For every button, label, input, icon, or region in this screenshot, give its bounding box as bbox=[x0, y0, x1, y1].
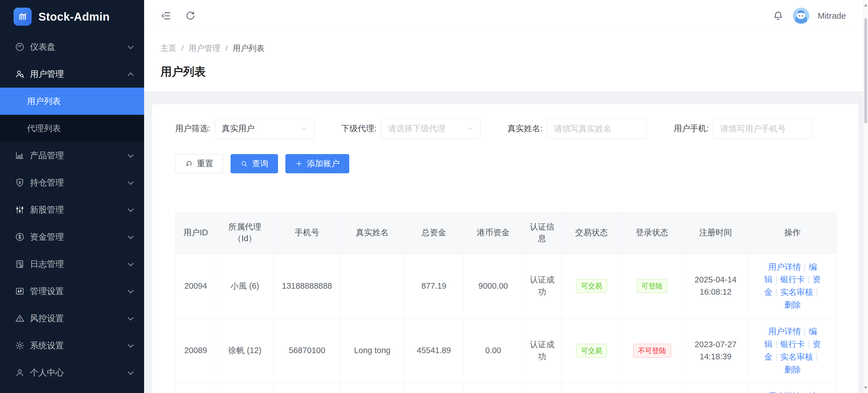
kyc-review-link[interactable]: 实名审核 bbox=[780, 288, 813, 297]
sidebar-item-9[interactable]: 系统设置 bbox=[0, 332, 144, 359]
delete-link[interactable]: 删除 bbox=[784, 300, 801, 309]
sidebar-item-1[interactable]: 用户管理 bbox=[0, 61, 144, 88]
bank-card-link[interactable]: 银行卡 bbox=[780, 339, 805, 349]
cell-reg-time: 2023-07-27 14:18:39 bbox=[682, 319, 749, 383]
avatar[interactable] bbox=[793, 8, 809, 24]
warning-triangle-icon bbox=[14, 313, 25, 324]
sidebar-item-5[interactable]: 资金管理 bbox=[0, 223, 144, 250]
sidebar-item-7[interactable]: 管理设置 bbox=[0, 278, 144, 305]
column-header-7: 交易状态 bbox=[561, 212, 622, 253]
chevron-down-icon bbox=[128, 260, 134, 266]
chevron-down-icon bbox=[128, 233, 134, 239]
sidebar-item-6[interactable]: 日志管理 bbox=[0, 250, 144, 278]
scrollbar-thumb[interactable] bbox=[864, 18, 867, 123]
cell-reg-time: 2023-07-26 10:30:45 bbox=[682, 383, 749, 393]
user-search-icon bbox=[14, 68, 25, 80]
menu-fold-icon[interactable] bbox=[160, 10, 173, 22]
filter-sub-agent-label: 下级代理: bbox=[341, 123, 376, 134]
add-account-button[interactable]: 添加账户 bbox=[285, 154, 349, 173]
cell-trade-status: 可交易 bbox=[561, 319, 622, 383]
app-logo[interactable]: Stock-Admin bbox=[0, 0, 144, 33]
breadcrumb-section: 主页/用户管理/用户列表 用户列表 bbox=[144, 32, 868, 91]
cell-phone: 56870100 bbox=[274, 319, 340, 383]
breadcrumb-separator: / bbox=[225, 44, 228, 53]
cell-agent: 小沐 (10) bbox=[216, 383, 274, 393]
cell-total-funds: 877.19 bbox=[404, 253, 464, 319]
column-header-8: 登录状态 bbox=[622, 212, 682, 253]
sidebar-item-8[interactable]: 风控设置 bbox=[0, 305, 144, 332]
chevron-down-icon bbox=[128, 179, 134, 185]
user-phone-input[interactable] bbox=[713, 118, 813, 139]
chevron-down-icon bbox=[128, 369, 134, 374]
cell-agent: 小風 (6) bbox=[216, 253, 274, 319]
breadcrumb-item-2: 用户列表 bbox=[233, 43, 265, 54]
cell-auth-info: 认证成功 bbox=[523, 319, 561, 383]
sub-agent-select[interactable]: 请选择下级代理 bbox=[381, 118, 480, 139]
table-row-1: 20089 徐帆 (12) 56870100 Long tong 45541.8… bbox=[176, 319, 836, 383]
content-panel: 用户筛选: 真实用户 下级代理: 请选择下级代理 bbox=[152, 104, 858, 393]
cell-hkd-funds: 0.00 bbox=[464, 319, 523, 383]
filter-real-name-label: 真实姓名: bbox=[507, 123, 542, 134]
sidebar-item-10[interactable]: 个人中心 bbox=[0, 359, 144, 386]
sidebar-item-3[interactable]: 持仓管理 bbox=[0, 169, 144, 196]
reset-button[interactable]: 重置 bbox=[175, 154, 223, 173]
cell-actions: 用户详情|编辑|银行卡|资金|实名审核|删除 bbox=[749, 253, 836, 319]
dollar-circle-icon bbox=[14, 231, 25, 243]
search-button-label: 查询 bbox=[252, 158, 269, 169]
cell-login-status: 不可登陆 bbox=[622, 319, 682, 383]
user-detail-link[interactable]: 用户详情 bbox=[768, 392, 801, 393]
action-separator: | bbox=[775, 339, 778, 349]
breadcrumb-item-0[interactable]: 主页 bbox=[160, 43, 176, 54]
chevron-down-icon bbox=[128, 287, 134, 293]
cell-user-id: 20094 bbox=[176, 253, 216, 319]
filter-row: 用户筛选: 真实用户 下级代理: 请选择下级代理 bbox=[175, 118, 836, 139]
real-name-input[interactable] bbox=[547, 118, 647, 139]
user-detail-link[interactable]: 用户详情 bbox=[768, 262, 801, 271]
scroll-up-arrow[interactable] bbox=[864, 4, 867, 6]
cell-real-name: Long tong bbox=[340, 319, 404, 383]
search-button[interactable]: 查询 bbox=[230, 154, 278, 173]
breadcrumb-item-1[interactable]: 用户管理 bbox=[189, 43, 220, 54]
delete-link[interactable]: 删除 bbox=[784, 365, 801, 374]
user-detail-link[interactable]: 用户详情 bbox=[768, 327, 801, 336]
notification-bell-icon[interactable] bbox=[772, 10, 784, 22]
sidebar-item-4[interactable]: 新股管理 bbox=[0, 196, 144, 223]
column-header-1: 所属代理（Id） bbox=[216, 212, 274, 253]
kyc-review-link[interactable]: 实名审核 bbox=[780, 352, 813, 361]
login-status-badge: 不可登陆 bbox=[633, 344, 671, 358]
cell-actions: 用户详情|编辑|银行卡|资金|实名审核|删除 bbox=[749, 319, 836, 383]
sidebar-item-2[interactable]: 产品管理 bbox=[0, 142, 144, 169]
chart-icon bbox=[14, 150, 25, 161]
sidebar-item-label: 资金管理 bbox=[30, 231, 129, 243]
action-buttons: 重置 查询 添加账户 bbox=[175, 154, 836, 173]
column-header-10: 操作 bbox=[749, 212, 836, 253]
sidebar-item-0[interactable]: 仪表盘 bbox=[0, 33, 144, 61]
sidebar: Stock-Admin 仪表盘 用户管理 用户列表代理列表 产品管理 持仓管理 … bbox=[0, 0, 144, 393]
sidebar-item-label: 管理设置 bbox=[30, 285, 129, 297]
chevron-down-icon bbox=[128, 152, 134, 157]
cell-total-funds: 45541.89 bbox=[404, 319, 464, 383]
user-type-select[interactable]: 真实用户 bbox=[215, 118, 314, 139]
cell-hkd-funds: 0.00 bbox=[464, 383, 523, 393]
sidebar-subitem-1-1[interactable]: 代理列表 bbox=[0, 115, 144, 142]
bank-card-link[interactable]: 银行卡 bbox=[780, 275, 805, 284]
main-area: Mitrade 主页/用户管理/用户列表 用户列表 用户筛选: 真实用户 bbox=[144, 0, 868, 393]
content-area: 用户筛选: 真实用户 下级代理: 请选择下级代理 bbox=[144, 91, 868, 393]
sidebar-subitem-1-0[interactable]: 用户列表 bbox=[0, 88, 144, 115]
user-table-wrap: 用户ID所属代理（Id）手机号真实姓名总资金港币资金认证信息交易状态登录状态注册… bbox=[175, 212, 836, 393]
username[interactable]: Mitrade bbox=[818, 11, 846, 21]
user-type-select-value: 真实用户 bbox=[222, 123, 255, 134]
sidebar-nav: 仪表盘 用户管理 用户列表代理列表 产品管理 持仓管理 新股管理 资金管理 bbox=[0, 33, 144, 386]
sidebar-item-label: 仪表盘 bbox=[30, 41, 129, 53]
app-title: Stock-Admin bbox=[38, 10, 110, 23]
cell-total-funds: 795717.33 bbox=[404, 383, 464, 393]
scrollbar[interactable] bbox=[863, 0, 868, 393]
chevron-down-icon bbox=[300, 125, 308, 132]
top-bar: Mitrade bbox=[144, 0, 868, 32]
log-document-icon bbox=[14, 259, 25, 270]
filter-real-name: 真实姓名: bbox=[507, 118, 647, 139]
action-separator: | bbox=[775, 352, 778, 361]
reload-icon[interactable] bbox=[184, 10, 197, 22]
scroll-down-arrow[interactable] bbox=[864, 387, 867, 389]
column-header-4: 总资金 bbox=[404, 212, 464, 253]
